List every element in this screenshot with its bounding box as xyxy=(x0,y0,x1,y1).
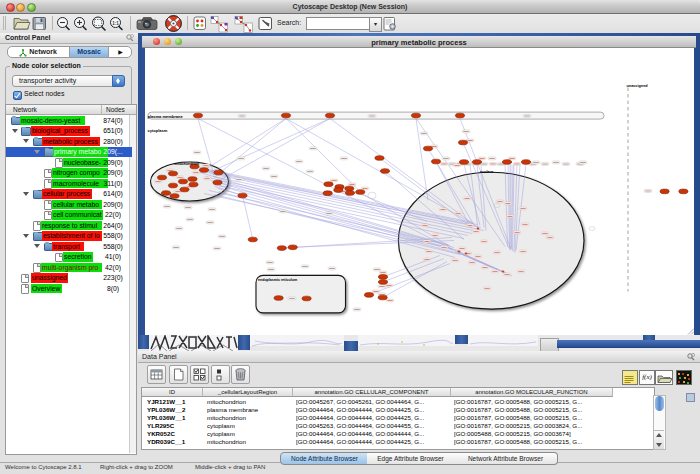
svg-text:cytoplasm: cytoplasm xyxy=(148,128,168,133)
svg-text:unassigned: unassigned xyxy=(627,83,649,87)
svg-text:endoplasmic reticulum: endoplasmic reticulum xyxy=(258,277,297,281)
svg-text:1:1: 1:1 xyxy=(112,21,119,26)
svg-text:mitochondrion: mitochondrion xyxy=(174,162,199,166)
svg-text:nucleus: nucleus xyxy=(480,170,494,174)
svg-text:plasma membrane: plasma membrane xyxy=(148,113,184,118)
